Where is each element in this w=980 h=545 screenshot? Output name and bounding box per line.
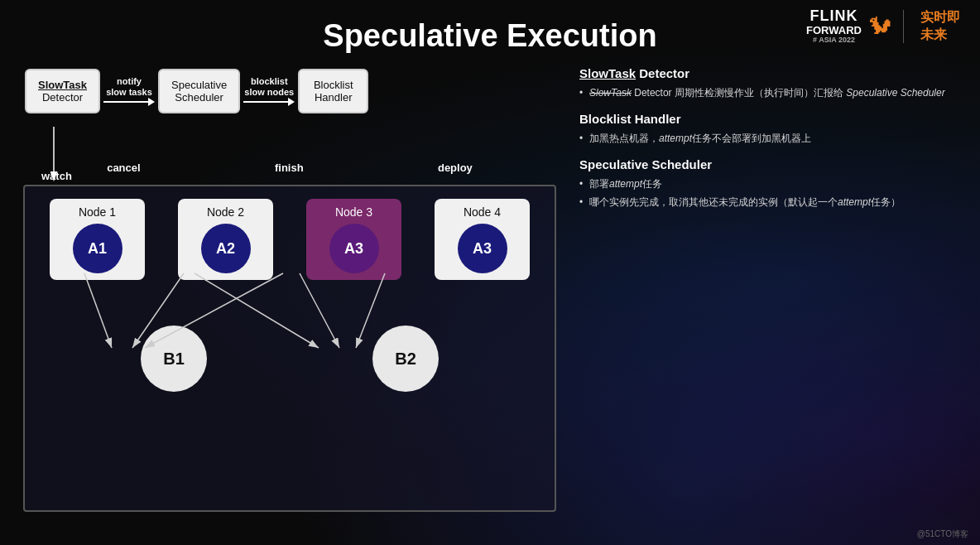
section-blocklist: Blocklist Handler 加黑热点机器，attempt任务不会部署到加… xyxy=(579,112,955,146)
nodes-row: Node 1 A1 Node 2 A2 Node 3 A3 xyxy=(33,195,546,280)
speculative-box-line1: Speculative xyxy=(171,79,227,91)
main-area: SlowTask Detector notify slow tasks Spec… xyxy=(17,62,963,528)
watch-arrow-svg xyxy=(41,127,66,186)
section3-title: Speculative Scheduler xyxy=(579,157,955,171)
blocklist-box-line1: Blocklist xyxy=(311,79,355,91)
nodes-area: Node 1 A1 Node 2 A2 Node 3 A3 xyxy=(23,185,556,512)
b1-circle: B1 xyxy=(141,326,207,392)
arrow2-line xyxy=(243,98,295,106)
arrow2-label1: blocklist xyxy=(251,76,288,87)
cancel-label: cancel xyxy=(107,162,140,174)
node2-label: Node 2 xyxy=(185,205,267,219)
node3-circle: A3 xyxy=(329,224,379,273)
arrow2: blocklist slow nodes xyxy=(240,76,298,106)
flow-row: SlowTask Detector notify slow tasks Spec… xyxy=(25,69,563,113)
slow-task-detector-box: SlowTask Detector xyxy=(25,69,100,113)
node4-circle: A3 xyxy=(458,224,507,273)
node-card-3: Node 3 A3 xyxy=(306,199,401,280)
speculative-scheduler-box: Speculative Scheduler xyxy=(158,69,240,113)
action-labels: cancel finish deploy xyxy=(23,162,556,174)
section2-bullet1: 加黑热点机器，attempt任务不会部署到加黑机器上 xyxy=(579,131,955,146)
main-content: FLINK FORWARD # ASIA 2022 🐿 实时即 未来 Specu… xyxy=(0,0,980,545)
node3-label: Node 3 xyxy=(313,205,395,219)
section1-title: SlowTask Detector xyxy=(579,66,955,80)
b-nodes-row: B1 B2 xyxy=(33,326,546,392)
section2-title: Blocklist Handler xyxy=(579,112,955,126)
watermark: @51CTO博客 xyxy=(917,528,968,540)
node2-circle: A2 xyxy=(201,224,251,273)
deploy-label: deploy xyxy=(438,162,473,174)
speculative-box-line2: Scheduler xyxy=(171,91,227,104)
section3-bullet2: 哪个实例先完成，取消其他还未完成的实例（默认起一个attempt任务） xyxy=(579,195,955,210)
text-panel: SlowTask Detector SlowTask Detector 周期性检… xyxy=(571,62,963,528)
section3-bullet1: 部署attempt任务 xyxy=(579,176,955,191)
node-card-1: Node 1 A1 xyxy=(50,199,145,280)
page-header: Speculative Execution xyxy=(0,0,980,54)
node-card-4: Node 4 A3 xyxy=(435,199,530,280)
finish-label: finish xyxy=(275,162,304,174)
blocklist-box-line2: Handler xyxy=(311,91,355,104)
diagram-panel: SlowTask Detector notify slow tasks Spec… xyxy=(17,62,563,528)
page-title: Speculative Execution xyxy=(25,10,955,54)
arrow1-label2: slow tasks xyxy=(106,87,152,98)
slow-task-box-line1: SlowTask xyxy=(38,79,87,91)
section-slowtask: SlowTask Detector SlowTask Detector 周期性检… xyxy=(579,66,955,100)
b2-circle: B2 xyxy=(372,326,439,392)
section1-bullet1: SlowTask Detector 周期性检测慢作业（执行时间）汇报给 Spec… xyxy=(579,85,955,100)
blocklist-handler-box: Blocklist Handler xyxy=(298,69,368,113)
arrow2-label2: slow nodes xyxy=(244,87,294,98)
node4-label: Node 4 xyxy=(441,205,523,219)
slow-task-box-line2: Detector xyxy=(38,91,87,104)
arrow1-label: notify xyxy=(117,76,142,87)
node1-circle: A1 xyxy=(73,224,122,273)
node-card-2: Node 2 A2 xyxy=(178,199,273,280)
arrow1-line xyxy=(103,98,155,106)
node1-label: Node 1 xyxy=(56,205,138,219)
section-speculative: Speculative Scheduler 部署attempt任务 哪个实例先完… xyxy=(579,157,955,210)
arrow1: notify slow tasks xyxy=(100,76,158,106)
